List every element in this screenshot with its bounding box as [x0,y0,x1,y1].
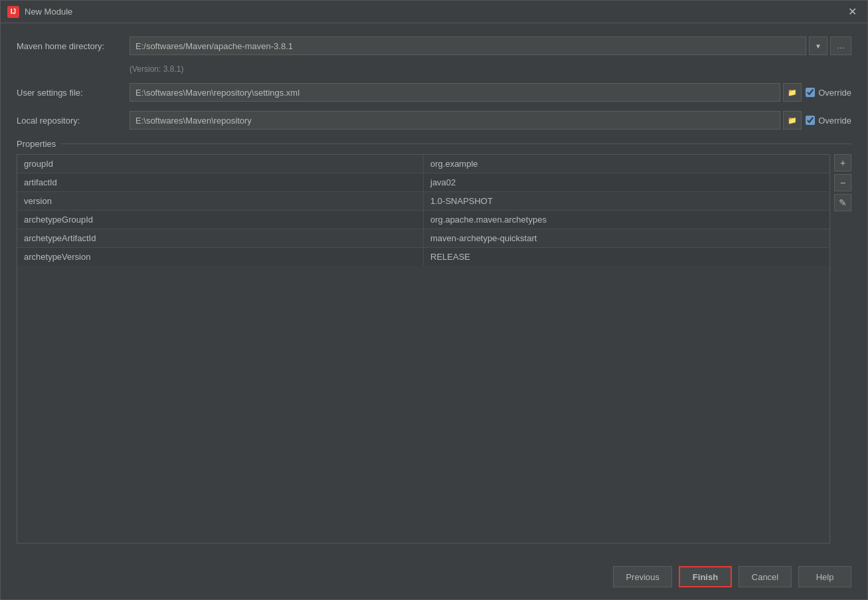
table-row[interactable]: archetypeVersion RELEASE [17,248,829,266]
property-key: archetypeVersion [17,248,424,266]
user-settings-row: User settings file: 📁 Override [17,83,851,102]
cancel-button[interactable]: Cancel [738,566,792,587]
title-bar: IJ New Module ✕ [1,1,867,23]
property-key: archetypeArtifactId [17,229,424,248]
dialog-title: New Module [25,7,72,17]
local-repo-override-checkbox[interactable] [806,116,815,125]
user-settings-label: User settings file: [17,88,130,98]
edit-property-button[interactable]: ✎ [834,194,851,211]
properties-table-wrap: groupId org.example artifactId java02 ve… [17,154,830,544]
table-row[interactable]: groupId org.example [17,155,829,173]
remove-property-button[interactable]: − [834,174,851,191]
table-row[interactable]: archetypeGroupId org.apache.maven.archet… [17,211,829,229]
user-settings-input-wrap: 📁 [130,83,802,102]
new-module-dialog: IJ New Module ✕ Maven home directory: ▼ … [0,0,868,600]
local-repo-browse-button[interactable]: 📁 [783,111,802,130]
property-value: org.apache.maven.archetypes [424,211,830,229]
properties-table: groupId org.example artifactId java02 ve… [17,155,829,266]
help-button[interactable]: Help [798,566,851,587]
footer: Previous Finish Cancel Help [1,557,867,599]
maven-home-input[interactable] [130,37,806,55]
local-repo-input[interactable] [130,111,780,130]
add-property-button[interactable]: + [834,154,851,171]
maven-home-input-wrap: ▼ … [130,37,851,55]
local-repo-override-label: Override [818,116,851,126]
property-value: java02 [424,173,830,192]
maven-home-label: Maven home directory: [17,41,130,51]
title-bar-left: IJ New Module [7,6,72,18]
user-settings-override-wrap: Override [806,88,851,98]
property-key: version [17,192,424,211]
property-value: maven-archetype-quickstart [424,229,830,248]
property-key: archetypeGroupId [17,211,424,229]
previous-button[interactable]: Previous [613,566,672,587]
property-value: RELEASE [424,248,830,266]
close-button[interactable]: ✕ [844,5,861,19]
properties-section-title: Properties [17,139,851,149]
properties-container: groupId org.example artifactId java02 ve… [17,154,851,544]
user-settings-override-label: Override [818,88,851,98]
maven-version-text: (Version: 3.8.1) [130,64,851,74]
maven-home-dropdown-button[interactable]: ▼ [809,37,827,55]
maven-home-row: Maven home directory: ▼ … [17,37,851,55]
finish-button[interactable]: Finish [679,566,732,587]
property-value: 1.0-SNAPSHOT [424,192,830,211]
local-repo-override-wrap: Override [806,116,851,126]
table-actions: + − ✎ [830,154,851,544]
dialog-content: Maven home directory: ▼ … (Version: 3.8.… [1,23,867,557]
user-settings-browse-button[interactable]: 📁 [783,83,802,102]
local-repo-row: Local repository: 📁 Override [17,111,851,130]
property-value: org.example [424,155,830,173]
table-row[interactable]: version 1.0-SNAPSHOT [17,192,829,211]
property-key: groupId [17,155,424,173]
maven-home-browse-button[interactable]: … [830,37,851,55]
user-settings-override-checkbox[interactable] [806,88,815,97]
local-repo-label: Local repository: [17,116,130,126]
table-row[interactable]: artifactId java02 [17,173,829,192]
table-row[interactable]: archetypeArtifactId maven-archetype-quic… [17,229,829,248]
local-repo-input-wrap: 📁 [130,111,802,130]
property-key: artifactId [17,173,424,192]
user-settings-input[interactable] [130,83,780,102]
app-icon: IJ [7,6,19,18]
